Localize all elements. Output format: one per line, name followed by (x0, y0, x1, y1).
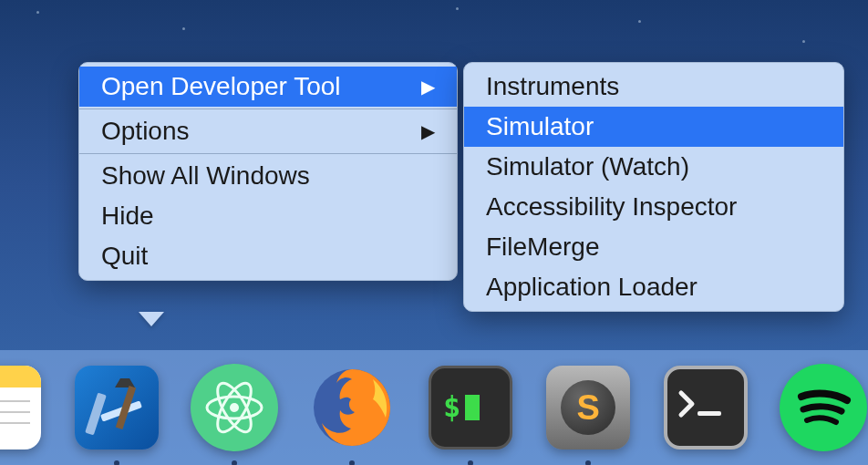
submenu-item-accessibility-inspector[interactable]: Accessibility Inspector (464, 187, 843, 227)
dock-context-menu: Open Developer Tool ▶ Options ▶ Show All… (78, 62, 458, 281)
menu-item-show-all-windows[interactable]: Show All Windows (79, 156, 457, 196)
menu-item-label: Options (101, 117, 190, 146)
running-indicator (468, 460, 473, 465)
svg-rect-9 (465, 395, 480, 420)
menu-callout-tail (139, 312, 164, 326)
menu-item-label: FileMerge (486, 232, 599, 262)
dock-app-atom[interactable] (190, 362, 278, 453)
iterm-icon: $ (429, 366, 512, 450)
menu-item-label: Hide (101, 202, 154, 231)
running-indicator (114, 460, 119, 465)
submenu-item-filemerge[interactable]: FileMerge (464, 227, 843, 267)
firefox-icon (307, 363, 397, 452)
submenu-item-simulator[interactable]: Simulator (464, 107, 843, 147)
menu-separator (79, 108, 457, 109)
running-indicator (232, 460, 237, 465)
menu-item-label: Simulator (486, 112, 594, 141)
dock-app-spotify[interactable] (780, 362, 868, 453)
notes-icon (0, 366, 41, 450)
menu-item-label: Application Loader (486, 273, 698, 302)
menu-item-label: Simulator (Watch) (486, 152, 689, 181)
menu-item-quit[interactable]: Quit (79, 236, 457, 276)
menu-item-label: Instruments (486, 72, 619, 101)
svg-text:$: $ (443, 389, 460, 424)
svg-point-6 (230, 403, 239, 412)
dock-app-iterm[interactable]: $ (426, 362, 514, 453)
submenu-item-instruments[interactable]: Instruments (464, 67, 843, 107)
menu-item-label: Accessibility Inspector (486, 192, 737, 222)
submenu-item-application-loader[interactable]: Application Loader (464, 267, 843, 307)
running-indicator (349, 460, 355, 465)
xcode-icon (75, 366, 159, 450)
svg-rect-10 (698, 411, 721, 416)
running-indicator (585, 460, 591, 465)
submenu-item-simulator-watch[interactable]: Simulator (Watch) (464, 147, 843, 187)
submenu-arrow-icon: ▶ (421, 120, 435, 142)
dock-app-xcode[interactable] (72, 362, 160, 453)
menu-separator (79, 153, 457, 154)
macos-dock: $ S (0, 350, 868, 465)
dock-app-terminal[interactable] (662, 362, 750, 453)
terminal-icon (664, 366, 748, 450)
spotify-icon (780, 364, 867, 451)
submenu-arrow-icon: ▶ (421, 76, 435, 98)
menu-item-options[interactable]: Options ▶ (79, 111, 457, 151)
dock-app-notes[interactable] (0, 362, 43, 453)
menu-item-label: Open Developer Tool (101, 72, 341, 101)
dock-app-sublime-text[interactable]: S (544, 362, 633, 453)
menu-item-label: Quit (101, 242, 148, 271)
menu-item-hide[interactable]: Hide (79, 196, 457, 236)
sublime-text-icon: S (546, 366, 630, 450)
dock-app-firefox[interactable] (307, 362, 397, 453)
menu-item-label: Show All Windows (101, 161, 310, 191)
developer-tool-submenu: Instruments Simulator Simulator (Watch) … (463, 62, 844, 312)
menu-item-open-developer-tool[interactable]: Open Developer Tool ▶ (79, 67, 457, 107)
atom-icon (191, 364, 278, 451)
